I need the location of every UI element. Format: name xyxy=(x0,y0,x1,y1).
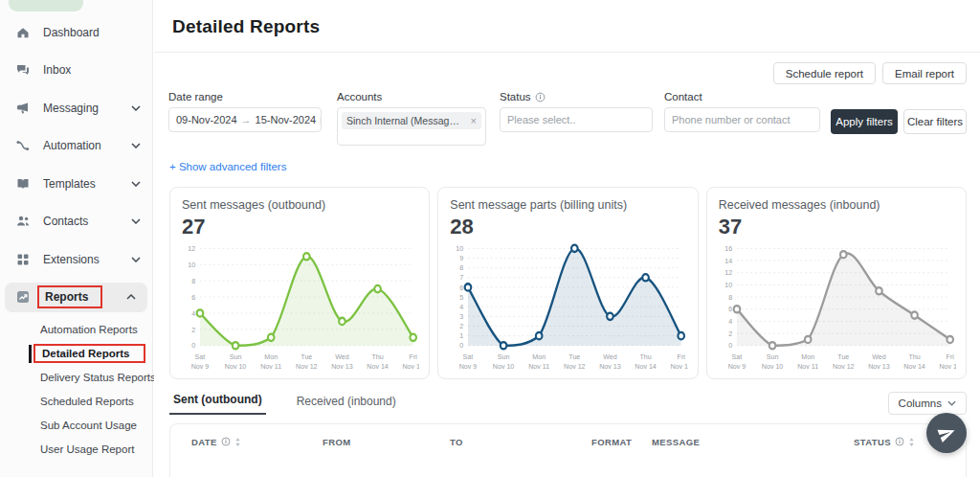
chevron-down-icon xyxy=(131,257,141,262)
svg-text:2: 2 xyxy=(460,322,464,330)
sidebar-item-label: Dashboard xyxy=(43,26,100,39)
sidebar-item-label: Contacts xyxy=(43,215,88,228)
sidebar-item-automation[interactable]: Automation xyxy=(0,127,152,166)
svg-text:4: 4 xyxy=(460,303,464,311)
svg-text:7: 7 xyxy=(460,273,464,282)
column-label: FROM xyxy=(323,437,351,447)
email-report-button[interactable]: Email report xyxy=(882,62,967,84)
chart-title: Sent messages (outbound) xyxy=(182,198,419,212)
clear-filters-button[interactable]: Clear filters xyxy=(903,109,967,134)
svg-text:Wed: Wed xyxy=(335,352,348,361)
chart-title: Sent message parts (billing units) xyxy=(450,198,687,212)
sidebar-item-delivery-status-reports[interactable]: Delivery Status Reports xyxy=(0,366,152,390)
svg-text:Nov 13: Nov 13 xyxy=(868,361,889,370)
schedule-report-button[interactable]: Schedule report xyxy=(773,62,876,84)
tab-received-inbound[interactable]: Received (inbound) xyxy=(293,390,400,415)
column-label: DATE xyxy=(191,437,217,447)
date-from-value: 09-Nov-2024 xyxy=(176,114,237,125)
svg-text:Nov 15: Nov 15 xyxy=(402,361,419,370)
sidebar-item-extensions[interactable]: Extensions xyxy=(0,240,152,279)
column-label: MESSAGE xyxy=(652,437,700,447)
app-logo xyxy=(9,0,83,11)
templates-icon xyxy=(15,176,31,192)
svg-text:10: 10 xyxy=(457,244,464,253)
svg-text:12: 12 xyxy=(188,244,195,253)
svg-text:0: 0 xyxy=(191,341,195,350)
svg-text:8: 8 xyxy=(728,292,732,301)
svg-text:Tue: Tue xyxy=(837,352,849,361)
svg-text:1: 1 xyxy=(460,331,464,340)
svg-text:Sun: Sun xyxy=(766,352,778,361)
main-content: Detailed Reports Schedule report Email r… xyxy=(154,0,980,477)
chart-total: 37 xyxy=(719,215,956,239)
received-messages-chart: 0246810121416SatNov 9SunNov 10MonNov 11T… xyxy=(719,240,956,373)
columns-button[interactable]: Columns xyxy=(888,392,967,415)
svg-text:Tue: Tue xyxy=(301,352,312,361)
sort-icon[interactable] xyxy=(908,437,915,447)
svg-text:Nov 15: Nov 15 xyxy=(939,361,956,370)
page-title: Detailed Reports xyxy=(172,16,957,37)
svg-text:Tue: Tue xyxy=(569,352,581,361)
svg-text:Wed: Wed xyxy=(604,352,617,361)
chip-remove-icon[interactable]: × xyxy=(471,115,477,126)
svg-text:Nov 11: Nov 11 xyxy=(529,361,550,370)
svg-text:Nov 9: Nov 9 xyxy=(191,361,210,370)
show-advanced-filters-link[interactable]: + Show advanced filters xyxy=(169,161,286,172)
chevron-down-icon xyxy=(131,105,141,111)
svg-text:Sat: Sat xyxy=(195,352,207,361)
chevron-down-icon xyxy=(131,143,141,148)
column-header-message[interactable]: MESSAGE xyxy=(652,437,854,447)
send-message-fab[interactable] xyxy=(926,413,967,453)
sub-item-label: Sub Account Usage xyxy=(40,420,137,431)
status-select[interactable]: Please select.. xyxy=(500,107,653,132)
date-range-input[interactable]: 09-Nov-2024 → 15-Nov-2024 xyxy=(168,107,322,132)
svg-text:Nov 15: Nov 15 xyxy=(671,361,688,370)
svg-text:Nov 11: Nov 11 xyxy=(260,361,281,370)
svg-text:Nov 9: Nov 9 xyxy=(459,361,478,370)
svg-text:3: 3 xyxy=(460,312,464,321)
sidebar-item-messaging[interactable]: Messaging xyxy=(0,89,152,127)
sidebar-item-detailed-reports[interactable]: Detailed Reports xyxy=(0,342,152,366)
column-header-format[interactable]: FORMAT xyxy=(591,437,652,447)
svg-text:Nov 12: Nov 12 xyxy=(296,361,317,370)
sub-item-label: Automation Reports xyxy=(40,324,138,335)
sidebar-item-dashboard[interactable]: Dashboard xyxy=(0,13,152,52)
svg-text:8: 8 xyxy=(191,277,195,285)
svg-text:14: 14 xyxy=(724,256,732,264)
svg-text:Nov 11: Nov 11 xyxy=(797,361,818,370)
accounts-multiselect[interactable]: Sinch Internal (MessageMedia ... × xyxy=(337,107,486,146)
home-icon xyxy=(15,25,31,40)
sidebar-item-templates[interactable]: Templates xyxy=(0,165,152,203)
column-header-status[interactable]: STATUS xyxy=(854,437,934,447)
svg-text:Nov 14: Nov 14 xyxy=(367,361,388,370)
account-chip: Sinch Internal (MessageMedia ... × xyxy=(342,112,481,129)
sidebar-item-contacts[interactable]: Contacts xyxy=(0,203,152,241)
chevron-up-icon xyxy=(126,294,136,300)
tab-sent-outbound[interactable]: Sent (outbound) xyxy=(169,388,266,415)
table-body xyxy=(170,459,966,477)
date-to-value: 15-Nov-2024 xyxy=(256,114,317,125)
apply-filters-button[interactable]: Apply filters xyxy=(831,109,898,134)
sidebar-item-scheduled-reports[interactable]: Scheduled Reports xyxy=(0,390,152,414)
column-header-from[interactable]: FROM xyxy=(323,437,450,447)
reports-icon xyxy=(15,289,31,305)
sidebar-item-sub-account-usage[interactable]: Sub Account Usage xyxy=(0,414,152,438)
sidebar-item-inbox[interactable]: Inbox xyxy=(0,52,152,90)
contact-input[interactable] xyxy=(672,114,813,125)
sidebar-item-label: Templates xyxy=(43,177,96,191)
sidebar-item-label: Extensions xyxy=(43,253,100,266)
sidebar-item-reports[interactable]: Reports xyxy=(5,283,147,312)
report-actions: Schedule report Email report xyxy=(154,53,980,84)
sidebar-item-automation-reports[interactable]: Automation Reports xyxy=(0,318,152,342)
column-header-date[interactable]: DATE xyxy=(191,437,323,447)
sort-icon[interactable] xyxy=(234,437,241,447)
column-header-to[interactable]: TO xyxy=(450,437,591,447)
svg-text:Thu: Thu xyxy=(908,352,920,361)
sidebar-item-label: Messaging xyxy=(43,102,99,115)
sidebar-item-label: Reports xyxy=(37,285,102,308)
account-chip-label: Sinch Internal (MessageMedia ... xyxy=(346,115,465,126)
svg-text:Mon: Mon xyxy=(533,352,546,361)
sidebar-item-user-usage-report[interactable]: User Usage Report xyxy=(0,438,152,462)
automation-icon xyxy=(15,138,31,153)
megaphone-icon xyxy=(15,101,31,116)
